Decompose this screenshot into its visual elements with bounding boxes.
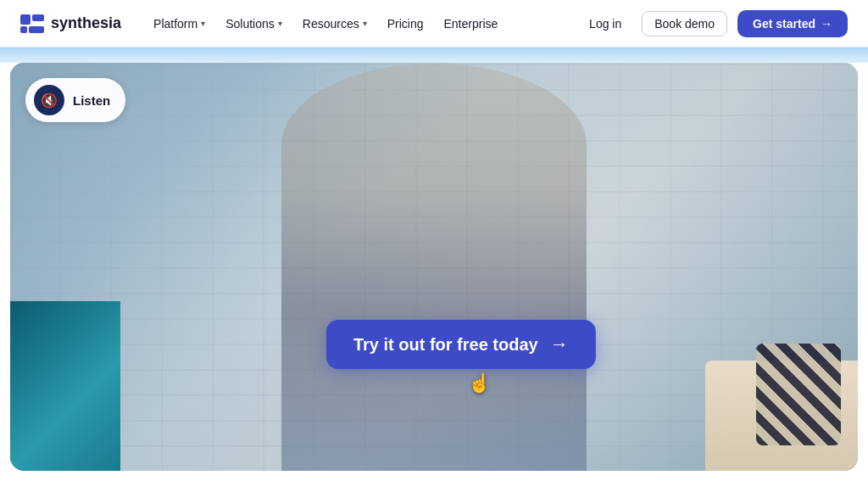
cta-label: Try it out for free today bbox=[353, 335, 538, 355]
svg-rect-1 bbox=[32, 14, 44, 21]
nav-platform[interactable]: Platform ▾ bbox=[145, 12, 214, 36]
nav-links: Platform ▾ Solutions ▾ Resources ▾ Prici… bbox=[145, 12, 579, 36]
svg-rect-2 bbox=[20, 26, 27, 33]
listen-label: Listen bbox=[73, 93, 110, 108]
navigation: synthesia Platform ▾ Solutions ▾ Resourc… bbox=[0, 0, 868, 48]
hero-video-area: 🔇 Listen Try it out for free today → ☝ bbox=[10, 63, 858, 471]
login-button[interactable]: Log in bbox=[579, 12, 632, 36]
cursor-indicator: ☝ bbox=[468, 372, 491, 394]
book-demo-button[interactable]: Book demo bbox=[642, 11, 727, 36]
nav-right-actions: Log in Book demo Get started → bbox=[579, 10, 848, 37]
sofa-left bbox=[10, 301, 120, 471]
svg-rect-0 bbox=[20, 14, 31, 25]
svg-rect-3 bbox=[29, 26, 44, 33]
mute-icon: 🔇 bbox=[34, 85, 64, 115]
nav-solutions[interactable]: Solutions ▾ bbox=[217, 12, 291, 36]
chevron-down-icon: ▾ bbox=[278, 19, 282, 28]
arrow-icon: → bbox=[550, 333, 569, 355]
synthesia-logo-icon bbox=[20, 14, 44, 33]
blue-banner-strip bbox=[0, 48, 868, 63]
person-silhouette bbox=[281, 64, 587, 471]
pillow-right bbox=[756, 344, 841, 445]
arrow-icon: → bbox=[821, 17, 832, 31]
listen-button[interactable]: 🔇 Listen bbox=[25, 78, 125, 122]
chevron-down-icon: ▾ bbox=[363, 19, 367, 28]
nav-pricing[interactable]: Pricing bbox=[379, 12, 432, 36]
nav-enterprise[interactable]: Enterprise bbox=[435, 12, 506, 36]
chevron-down-icon: ▾ bbox=[201, 19, 205, 28]
get-started-button[interactable]: Get started → bbox=[737, 10, 848, 37]
cta-button[interactable]: Try it out for free today → bbox=[326, 320, 596, 369]
logo-text: synthesia bbox=[51, 14, 121, 32]
nav-resources[interactable]: Resources ▾ bbox=[294, 12, 376, 36]
logo[interactable]: synthesia bbox=[20, 14, 121, 33]
